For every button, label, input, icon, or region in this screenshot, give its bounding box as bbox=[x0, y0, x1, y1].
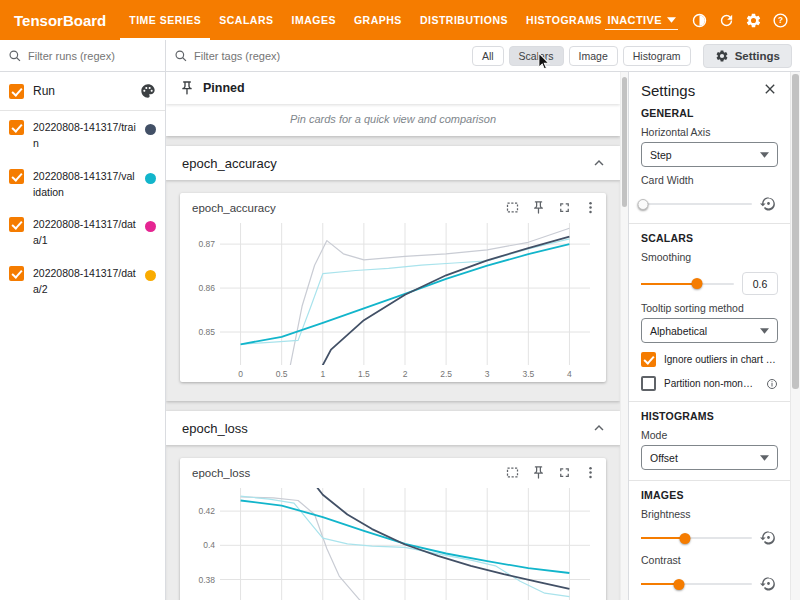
reload-status-select[interactable]: INACTIVE bbox=[605, 11, 678, 30]
refresh-icon bbox=[718, 12, 735, 29]
pinned-block: Pinned Pin cards for a quick view and co… bbox=[166, 72, 620, 136]
select-all-runs-checkbox[interactable] bbox=[9, 84, 24, 99]
pin-icon[interactable] bbox=[531, 200, 546, 215]
histogram-mode-value: Offset bbox=[650, 452, 678, 464]
run-checkbox[interactable] bbox=[9, 266, 24, 281]
card-actions bbox=[505, 200, 598, 215]
partition-x-row[interactable]: Partition non-monotonic X axis bbox=[641, 376, 778, 391]
run-row-train[interactable]: 20220808-141317/train bbox=[0, 111, 165, 160]
more-options-icon[interactable] bbox=[583, 465, 598, 480]
card-width-row bbox=[641, 195, 778, 213]
slider-thumb[interactable] bbox=[680, 533, 691, 544]
ignore-outliers-row[interactable]: Ignore outliers in chart scaling bbox=[641, 352, 778, 367]
tab-time-series[interactable]: TIME SERIES bbox=[120, 0, 210, 40]
run-checkbox[interactable] bbox=[9, 217, 24, 232]
epoch-accuracy-chart[interactable]: 00.511.522.533.540.850.860.87 bbox=[182, 218, 600, 382]
contrast-reset-button[interactable] bbox=[760, 575, 778, 593]
scrollbar-thumb[interactable] bbox=[792, 74, 799, 389]
tab-scalars[interactable]: SCALARS bbox=[210, 0, 282, 40]
svg-text:?: ? bbox=[778, 16, 783, 25]
chip-image[interactable]: Image bbox=[569, 46, 618, 66]
tab-histograms[interactable]: HISTOGRAMS bbox=[517, 0, 605, 40]
svg-text:3.5: 3.5 bbox=[522, 369, 534, 379]
ignore-outliers-checkbox[interactable] bbox=[641, 352, 656, 367]
brightness-slider[interactable] bbox=[641, 537, 752, 539]
slider-thumb[interactable] bbox=[673, 579, 684, 590]
chevron-up-icon[interactable] bbox=[590, 419, 608, 437]
close-settings-button[interactable] bbox=[762, 81, 778, 99]
main-scrollbar[interactable] bbox=[620, 72, 628, 600]
slider-thumb[interactable] bbox=[691, 278, 702, 289]
run-checkbox[interactable] bbox=[9, 169, 24, 184]
tab-graphs[interactable]: GRAPHS bbox=[345, 0, 411, 40]
section-epoch-loss: epoch_loss epoch_loss bbox=[166, 411, 620, 600]
body: Run 20220808-141317/train 20220808-14131… bbox=[0, 72, 800, 600]
epoch-loss-chart[interactable]: 00.511.522.533.540.360.380.40.42 bbox=[182, 483, 600, 600]
svg-text:0.86: 0.86 bbox=[198, 283, 215, 293]
pin-icon bbox=[179, 80, 195, 96]
run-row-validation[interactable]: 20220808-141317/validation bbox=[0, 160, 165, 209]
section-header[interactable]: epoch_loss bbox=[166, 411, 620, 445]
tooltip-sorting-select[interactable]: Alphabetical bbox=[641, 318, 778, 343]
divider bbox=[629, 223, 790, 224]
svg-text:0.5: 0.5 bbox=[276, 369, 288, 379]
fullscreen-icon[interactable] bbox=[557, 200, 572, 215]
partition-x-label: Partition non-monotonic X axis bbox=[664, 378, 758, 389]
smoothing-value-input[interactable] bbox=[742, 272, 778, 295]
chip-all[interactable]: All bbox=[472, 46, 504, 66]
tab-images[interactable]: IMAGES bbox=[283, 0, 345, 40]
settings-gear-button[interactable] bbox=[741, 8, 765, 32]
svg-text:0: 0 bbox=[238, 369, 243, 379]
smoothing-slider[interactable] bbox=[641, 283, 734, 285]
fit-data-icon[interactable] bbox=[505, 200, 520, 215]
svg-text:1: 1 bbox=[320, 369, 325, 379]
run-row-data-2[interactable]: 20220808-141317/data/2 bbox=[0, 257, 165, 306]
scrollbar-thumb[interactable] bbox=[622, 77, 627, 207]
settings-scrollbar[interactable] bbox=[790, 72, 800, 600]
chip-histogram[interactable]: Histogram bbox=[623, 46, 691, 66]
tab-distributions[interactable]: DISTRIBUTIONS bbox=[411, 0, 517, 40]
horizontal-axis-select[interactable]: Step bbox=[641, 142, 778, 167]
pin-icon[interactable] bbox=[531, 465, 546, 480]
tooltip-sorting-value: Alphabetical bbox=[650, 325, 707, 337]
help-button[interactable]: ? bbox=[768, 8, 792, 32]
theme-toggle-button[interactable] bbox=[687, 8, 711, 32]
fit-data-icon[interactable] bbox=[505, 465, 520, 480]
contrast-slider[interactable] bbox=[641, 583, 752, 585]
contrast-row bbox=[641, 575, 778, 593]
palette-icon[interactable] bbox=[140, 83, 156, 99]
smoothing-label: Smoothing bbox=[641, 251, 778, 263]
search-icon bbox=[8, 49, 22, 63]
restore-icon bbox=[760, 529, 777, 546]
tag-type-filter-chips: All Scalars Image Histogram bbox=[472, 46, 691, 66]
histogram-mode-select[interactable]: Offset bbox=[641, 445, 778, 470]
settings-toggle-button[interactable]: Settings bbox=[703, 44, 792, 68]
run-checkbox[interactable] bbox=[9, 120, 24, 135]
partition-x-checkbox[interactable] bbox=[641, 376, 656, 391]
filter-tags-input[interactable] bbox=[194, 50, 466, 62]
chip-scalars[interactable]: Scalars bbox=[509, 46, 564, 66]
search-icon bbox=[174, 49, 188, 63]
epoch-loss-card: epoch_loss 00.511.522.533.540.360.380.40… bbox=[180, 458, 606, 600]
refresh-button[interactable] bbox=[714, 8, 738, 32]
svg-text:0.85: 0.85 bbox=[198, 327, 215, 337]
filter-runs-input[interactable] bbox=[28, 50, 157, 62]
section-epoch-accuracy: epoch_accuracy epoch_accuracy bbox=[166, 146, 620, 401]
card-width-reset-button[interactable] bbox=[760, 195, 778, 213]
settings-panel: Settings GENERAL Horizontal Axis Step Ca… bbox=[628, 72, 790, 600]
card-width-slider[interactable] bbox=[641, 203, 752, 205]
more-options-icon[interactable] bbox=[583, 200, 598, 215]
section-header[interactable]: epoch_accuracy bbox=[166, 146, 620, 180]
card-area: epoch_loss 00.511.522.533.540.360.380.40… bbox=[166, 445, 620, 600]
fullscreen-icon[interactable] bbox=[557, 465, 572, 480]
histogram-mode-label: Mode bbox=[641, 429, 778, 441]
brightness-reset-button[interactable] bbox=[760, 529, 778, 547]
settings-button-label: Settings bbox=[735, 50, 780, 62]
run-row-data-1[interactable]: 20220808-141317/data/1 bbox=[0, 208, 165, 257]
slider-thumb[interactable] bbox=[638, 199, 649, 210]
contrast-label: Contrast bbox=[641, 554, 778, 566]
horizontal-axis-label: Horizontal Axis bbox=[641, 126, 778, 138]
svg-text:0.4: 0.4 bbox=[203, 540, 215, 550]
card-area: epoch_accuracy 00.511.522.533.540.850.86… bbox=[166, 180, 620, 401]
chevron-up-icon[interactable] bbox=[590, 154, 608, 172]
